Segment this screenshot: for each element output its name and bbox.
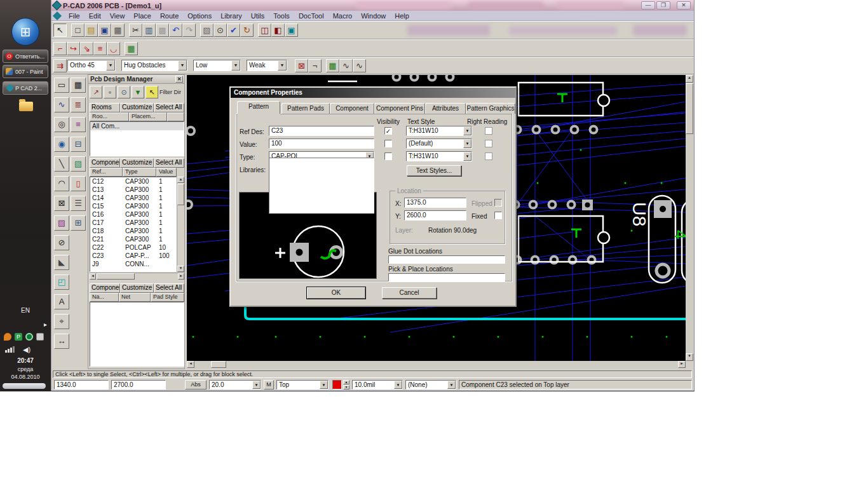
- refdes-right-reading-checkbox[interactable]: [485, 127, 492, 135]
- scroll-down-icon[interactable]: ▼: [177, 266, 184, 272]
- rooms-list[interactable]: All Com...: [90, 121, 184, 156]
- chevron-down-icon[interactable]: ▼: [463, 126, 471, 135]
- column-header[interactable]: Type: [123, 168, 156, 177]
- chevron-down-icon[interactable]: ▼: [278, 60, 287, 71]
- pads-select-all-button[interactable]: Select All: [154, 283, 184, 293]
- language-indicator[interactable]: EN: [0, 307, 51, 314]
- panel-close-icon[interactable]: ✕: [175, 76, 183, 83]
- abs-rel-button[interactable]: Abs: [185, 380, 207, 390]
- scroll-right-icon[interactable]: ►: [678, 361, 686, 368]
- x-input[interactable]: 1375.0: [404, 198, 466, 208]
- rooms-select-all-button[interactable]: Select All: [154, 103, 184, 112]
- print-preview-button[interactable]: ▧: [71, 156, 86, 172]
- ok-button[interactable]: OK: [307, 287, 365, 299]
- pattern-view-button[interactable]: ▦: [326, 59, 339, 72]
- components-section-button[interactable]: Componen: [90, 158, 120, 168]
- place-keepout-button[interactable]: ⊘: [54, 235, 69, 250]
- minimize-button[interactable]: —: [641, 1, 655, 10]
- scroll-thumb[interactable]: [97, 273, 135, 280]
- report-button[interactable]: ▯: [71, 176, 86, 191]
- menu-view[interactable]: View: [105, 12, 130, 20]
- autorouter-button[interactable]: ▦: [125, 42, 138, 55]
- column-header[interactable]: Placem...: [129, 112, 167, 121]
- tab-pattern[interactable]: Pattern: [237, 101, 280, 114]
- component-pads-list[interactable]: [90, 302, 184, 367]
- column-header[interactable]: Value: [156, 168, 177, 177]
- value-right-reading-checkbox[interactable]: [485, 140, 492, 147]
- taskbar-button-paint[interactable]: 007 - Paint: [3, 65, 48, 78]
- close-button[interactable]: ✕: [677, 1, 691, 10]
- restore-button[interactable]: ❐: [656, 1, 670, 10]
- scroll-thumb[interactable]: [211, 361, 226, 368]
- table-row[interactable]: C18CAP3001: [90, 227, 176, 235]
- menu-place[interactable]: Place: [129, 12, 156, 20]
- tab-component-pins[interactable]: Component Pins: [374, 103, 425, 114]
- menu-utils[interactable]: Utils: [247, 12, 269, 20]
- rooms-customize-button[interactable]: Customize: [120, 103, 154, 112]
- via-style-combo[interactable]: (None)▼: [405, 380, 456, 390]
- x-coordinate-field[interactable]: 1340.0: [54, 380, 109, 390]
- tray-p-icon[interactable]: P: [15, 333, 22, 341]
- new-file-button[interactable]: □: [71, 24, 85, 37]
- refdes-visibility-checkbox[interactable]: ✓: [384, 127, 392, 135]
- layer-stack-button[interactable]: ≡: [71, 117, 86, 132]
- table-row[interactable]: C15CAP3001: [90, 202, 176, 210]
- miter-mode-button[interactable]: ¬: [308, 59, 322, 72]
- route-manual-button[interactable]: ⌐: [53, 42, 67, 55]
- hug-mode-combo[interactable]: Hug Obstacles▼: [121, 60, 187, 71]
- ortho-mode-combo[interactable]: Ortho 45▼: [67, 60, 116, 71]
- stub-a-button[interactable]: ∿: [339, 59, 353, 72]
- stub-b-button[interactable]: ∿: [353, 59, 366, 72]
- canvas-hscrollbar[interactable]: ◄ ►: [187, 361, 686, 369]
- scroll-thumb[interactable]: [177, 184, 184, 205]
- chevron-down-icon[interactable]: ▼: [106, 60, 115, 71]
- tab-component[interactable]: Component: [330, 103, 374, 114]
- cancel-button[interactable]: Cancel: [382, 287, 437, 299]
- scroll-left-icon[interactable]: ◄: [187, 361, 194, 368]
- menu-macro[interactable]: Macro: [329, 12, 357, 20]
- column-header[interactable]: Ref...: [90, 168, 123, 177]
- ref-des-input[interactable]: C23: [269, 126, 374, 136]
- network-signal-icon[interactable]: [5, 346, 15, 353]
- speaker-icon[interactable]: ◀): [23, 346, 31, 354]
- y-coordinate-field[interactable]: 2700.0: [111, 380, 166, 390]
- layer-sets-button[interactable]: ⊟: [71, 137, 86, 152]
- undo-button[interactable]: ↶: [169, 24, 182, 37]
- table-row[interactable]: C22POLCAP10: [90, 243, 176, 252]
- type-visibility-checkbox[interactable]: [384, 152, 392, 160]
- table-row[interactable]: J9CONN...: [90, 260, 176, 268]
- route-multitrace-button[interactable]: ≡: [93, 42, 107, 55]
- libraries-listbox[interactable]: [269, 158, 374, 214]
- tray-clipboard-icon[interactable]: [36, 333, 44, 341]
- glue-dot-input[interactable]: [388, 255, 505, 264]
- place-line-button[interactable]: ╲: [54, 156, 69, 172]
- scroll-down-icon[interactable]: ▼: [686, 353, 693, 361]
- table-row[interactable]: C16CAP3001: [90, 210, 176, 219]
- column-header[interactable]: Net: [119, 293, 151, 302]
- chevron-down-icon[interactable]: ▼: [447, 381, 456, 389]
- components-hscrollbar[interactable]: ◄ ►: [90, 273, 184, 280]
- menu-window[interactable]: Window: [356, 12, 390, 20]
- fixed-checkbox[interactable]: [494, 212, 502, 219]
- place-arc-button[interactable]: ◠: [54, 176, 69, 191]
- place-component-button[interactable]: ▭: [54, 78, 69, 93]
- chevron-down-icon[interactable]: ▼: [252, 381, 261, 389]
- layer-color-swatch[interactable]: [332, 380, 342, 390]
- place-pad-button[interactable]: ◎: [54, 117, 69, 132]
- save-file-button[interactable]: ▣: [98, 24, 111, 37]
- column-header[interactable]: Pad Style: [151, 293, 184, 302]
- effort-combo[interactable]: Low▼: [193, 60, 241, 71]
- menu-file[interactable]: File: [64, 12, 85, 20]
- value-text-style-combo[interactable]: (Default)▼: [406, 139, 472, 149]
- table-row[interactable]: C21CAP3001: [90, 235, 176, 243]
- place-glue-dot-button[interactable]: ⌖: [54, 314, 69, 329]
- table-row[interactable]: C12CAP3001: [90, 177, 176, 186]
- start-button[interactable]: ⊞: [11, 18, 39, 46]
- place-text-button[interactable]: A: [54, 294, 69, 309]
- chevron-down-icon[interactable]: ▼: [178, 60, 187, 71]
- tray-green-icon[interactable]: [25, 333, 33, 341]
- menu-library[interactable]: Library: [216, 12, 247, 20]
- place-plane-button[interactable]: ◣: [54, 255, 69, 270]
- macro-button[interactable]: M: [264, 380, 274, 390]
- cut-button[interactable]: ✂: [129, 24, 142, 37]
